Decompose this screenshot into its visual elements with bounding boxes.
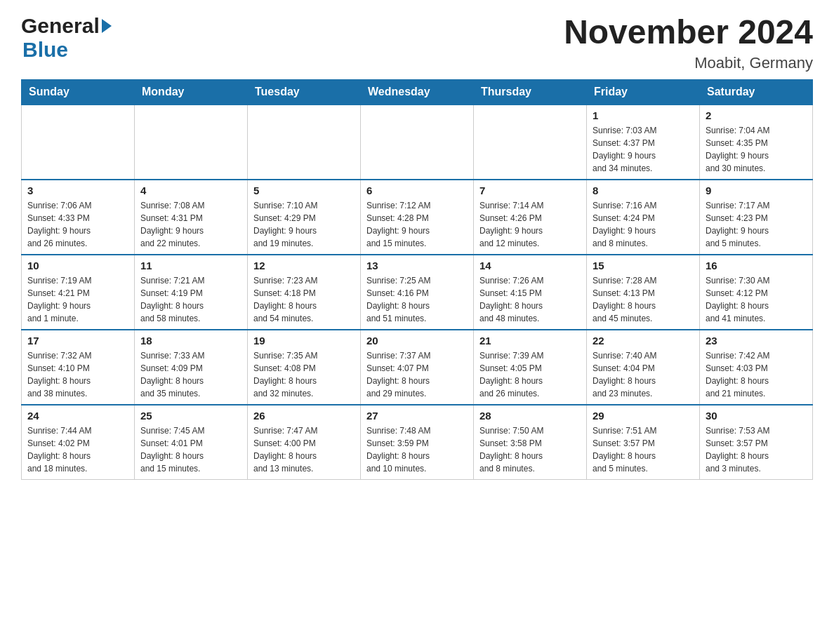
calendar-cell: 27Sunrise: 7:48 AMSunset: 3:59 PMDayligh… [361,405,474,480]
logo-triangle-icon [102,19,112,33]
day-number: 16 [706,260,807,271]
day-number: 18 [140,335,241,347]
calendar-cell: 13Sunrise: 7:25 AMSunset: 4:16 PMDayligh… [361,255,474,330]
day-number: 27 [366,410,468,422]
day-info: Sunrise: 7:45 AMSunset: 4:01 PMDaylight:… [140,424,241,475]
calendar-cell: 2Sunrise: 7:04 AMSunset: 4:35 PMDaylight… [700,105,813,180]
day-info: Sunrise: 7:04 AMSunset: 4:35 PMDaylight:… [706,124,807,175]
day-info: Sunrise: 7:33 AMSunset: 4:09 PMDaylight:… [140,349,241,400]
day-info: Sunrise: 7:10 AMSunset: 4:29 PMDaylight:… [253,199,355,250]
day-info: Sunrise: 7:47 AMSunset: 4:00 PMDaylight:… [253,424,355,475]
day-info: Sunrise: 7:19 AMSunset: 4:21 PMDaylight:… [27,274,128,325]
day-info: Sunrise: 7:25 AMSunset: 4:16 PMDaylight:… [366,274,468,325]
calendar-cell: 10Sunrise: 7:19 AMSunset: 4:21 PMDayligh… [22,255,135,330]
calendar-cell: 9Sunrise: 7:17 AMSunset: 4:23 PMDaylight… [700,180,813,255]
calendar-cell [361,105,474,180]
calendar-title: November 2024 [564,14,813,51]
calendar-cell: 3Sunrise: 7:06 AMSunset: 4:33 PMDaylight… [22,180,135,255]
calendar-cell: 7Sunrise: 7:14 AMSunset: 4:26 PMDaylight… [474,180,587,255]
day-info: Sunrise: 7:39 AMSunset: 4:05 PMDaylight:… [479,349,581,400]
day-number: 29 [593,410,694,422]
day-info: Sunrise: 7:03 AMSunset: 4:37 PMDaylight:… [593,124,694,175]
day-info: Sunrise: 7:37 AMSunset: 4:07 PMDaylight:… [366,349,468,400]
day-number: 13 [366,260,468,271]
calendar-cell [135,105,248,180]
day-number: 3 [27,185,128,196]
calendar-cell: 4Sunrise: 7:08 AMSunset: 4:31 PMDaylight… [135,180,248,255]
calendar-cell: 18Sunrise: 7:33 AMSunset: 4:09 PMDayligh… [135,330,248,405]
day-number: 24 [27,410,128,422]
calendar-cell: 12Sunrise: 7:23 AMSunset: 4:18 PMDayligh… [248,255,361,330]
calendar-cell: 16Sunrise: 7:30 AMSunset: 4:12 PMDayligh… [700,255,813,330]
day-number: 7 [479,185,581,196]
calendar-cell [248,105,361,180]
day-number: 30 [706,410,807,422]
week-row-2: 3Sunrise: 7:06 AMSunset: 4:33 PMDaylight… [22,180,813,255]
day-number: 14 [479,260,581,271]
day-info: Sunrise: 7:06 AMSunset: 4:33 PMDaylight:… [27,199,128,250]
day-info: Sunrise: 7:08 AMSunset: 4:31 PMDaylight:… [140,199,241,250]
weekday-header-row: SundayMondayTuesdayWednesdayThursdayFrid… [22,79,813,105]
day-number: 23 [706,335,807,347]
calendar-cell: 20Sunrise: 7:37 AMSunset: 4:07 PMDayligh… [361,330,474,405]
weekday-header-tuesday: Tuesday [248,79,361,105]
day-number: 19 [253,335,355,347]
day-number: 20 [366,335,468,347]
calendar-cell: 5Sunrise: 7:10 AMSunset: 4:29 PMDaylight… [248,180,361,255]
day-info: Sunrise: 7:48 AMSunset: 3:59 PMDaylight:… [366,424,468,475]
day-info: Sunrise: 7:23 AMSunset: 4:18 PMDaylight:… [253,274,355,325]
calendar-subtitle: Moabit, Germany [564,54,813,72]
day-number: 1 [593,109,694,121]
day-info: Sunrise: 7:28 AMSunset: 4:13 PMDaylight:… [593,274,694,325]
calendar-table: SundayMondayTuesdayWednesdayThursdayFrid… [21,79,813,480]
week-row-5: 24Sunrise: 7:44 AMSunset: 4:02 PMDayligh… [22,405,813,480]
day-number: 22 [593,335,694,347]
day-info: Sunrise: 7:51 AMSunset: 3:57 PMDaylight:… [593,424,694,475]
day-number: 2 [706,109,807,121]
day-number: 15 [593,260,694,271]
calendar-cell: 6Sunrise: 7:12 AMSunset: 4:28 PMDaylight… [361,180,474,255]
day-number: 21 [479,335,581,347]
calendar-cell: 23Sunrise: 7:42 AMSunset: 4:03 PMDayligh… [700,330,813,405]
weekday-header-monday: Monday [135,79,248,105]
day-info: Sunrise: 7:14 AMSunset: 4:26 PMDaylight:… [479,199,581,250]
day-number: 12 [253,260,355,271]
calendar-cell: 21Sunrise: 7:39 AMSunset: 4:05 PMDayligh… [474,330,587,405]
day-info: Sunrise: 7:42 AMSunset: 4:03 PMDaylight:… [706,349,807,400]
logo-general-text: General [21,14,100,38]
day-info: Sunrise: 7:40 AMSunset: 4:04 PMDaylight:… [593,349,694,400]
day-number: 4 [140,185,241,196]
calendar-cell: 14Sunrise: 7:26 AMSunset: 4:15 PMDayligh… [474,255,587,330]
title-section: November 2024 Moabit, Germany [564,14,813,72]
calendar-cell [474,105,587,180]
weekday-header-sunday: Sunday [22,79,135,105]
day-info: Sunrise: 7:35 AMSunset: 4:08 PMDaylight:… [253,349,355,400]
week-row-3: 10Sunrise: 7:19 AMSunset: 4:21 PMDayligh… [22,255,813,330]
week-row-1: 1Sunrise: 7:03 AMSunset: 4:37 PMDaylight… [22,105,813,180]
calendar-cell: 11Sunrise: 7:21 AMSunset: 4:19 PMDayligh… [135,255,248,330]
calendar-cell [22,105,135,180]
day-info: Sunrise: 7:53 AMSunset: 3:57 PMDaylight:… [706,424,807,475]
day-number: 8 [593,185,694,196]
day-info: Sunrise: 7:21 AMSunset: 4:19 PMDaylight:… [140,274,241,325]
calendar-cell: 25Sunrise: 7:45 AMSunset: 4:01 PMDayligh… [135,405,248,480]
calendar-cell: 26Sunrise: 7:47 AMSunset: 4:00 PMDayligh… [248,405,361,480]
day-number: 9 [706,185,807,196]
calendar-cell: 15Sunrise: 7:28 AMSunset: 4:13 PMDayligh… [587,255,700,330]
day-number: 25 [140,410,241,422]
calendar-cell: 29Sunrise: 7:51 AMSunset: 3:57 PMDayligh… [587,405,700,480]
calendar-cell: 30Sunrise: 7:53 AMSunset: 3:57 PMDayligh… [700,405,813,480]
day-info: Sunrise: 7:26 AMSunset: 4:15 PMDaylight:… [479,274,581,325]
calendar-cell: 17Sunrise: 7:32 AMSunset: 4:10 PMDayligh… [22,330,135,405]
page-header: General Blue November 2024 Moabit, Germa… [21,14,813,72]
day-number: 6 [366,185,468,196]
day-number: 11 [140,260,241,271]
logo: General Blue [21,14,112,62]
weekday-header-friday: Friday [587,79,700,105]
calendar-cell: 19Sunrise: 7:35 AMSunset: 4:08 PMDayligh… [248,330,361,405]
day-number: 17 [27,335,128,347]
day-info: Sunrise: 7:16 AMSunset: 4:24 PMDaylight:… [593,199,694,250]
calendar-cell: 22Sunrise: 7:40 AMSunset: 4:04 PMDayligh… [587,330,700,405]
day-info: Sunrise: 7:12 AMSunset: 4:28 PMDaylight:… [366,199,468,250]
day-info: Sunrise: 7:44 AMSunset: 4:02 PMDaylight:… [27,424,128,475]
